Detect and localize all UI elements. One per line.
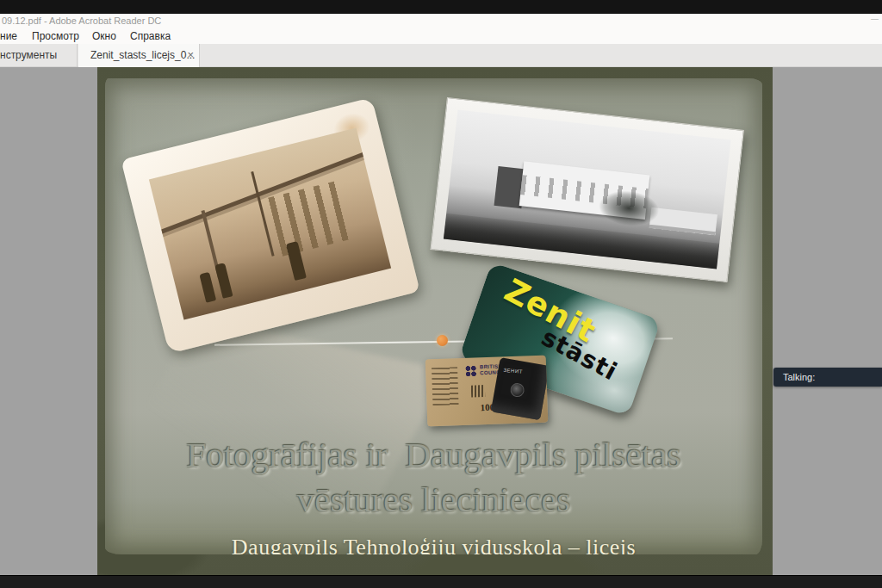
building-roofline [149,143,387,238]
menu-bar: ние Просмотр Окно Справка [0,28,882,44]
menu-item-help[interactable]: Справка [130,30,171,42]
british-council-dots-icon [465,365,476,376]
camera-lens [509,382,525,399]
app-window: 09.12.pdf - Adobe Acrobat Reader DC — ни… [0,0,882,588]
menu-item-edit-partial[interactable]: ние [0,30,17,42]
fine-print-lines [432,367,459,405]
timeline-marker-dot[interactable] [437,335,448,346]
tab-document-label: Zenit_stasts_licejs_0... [90,49,195,61]
unesco-logo [471,385,485,398]
pedestrian-figure [214,263,233,299]
window-title-bar: 09.12.pdf - Adobe Acrobat Reader DC — [0,14,882,28]
sepia-photo-old-theatre [121,97,419,354]
camera-brand-label: ЗЕНИТ [503,368,523,374]
tab-bar: нструменты Zenit_stasts_licejs_0... × [0,44,882,67]
menu-item-window[interactable]: Окно [92,30,116,42]
talking-label: Talking: [783,372,815,382]
document-viewport[interactable]: Zenit stāsti BRITISH COUNCIL 100 [0,67,882,575]
menu-item-view[interactable]: Просмотр [32,30,79,42]
tab-tools-label: нструменты [0,49,57,61]
slide-title-line2: vēstures liecinieces [105,479,762,520]
kraft-souvenir-card: BRITISH COUNCIL 100 ЗЕНИТ [425,356,549,427]
top-black-bar [0,0,882,14]
building-columns [268,180,353,257]
pedestrian-figure [199,271,216,302]
tab-document-active[interactable]: Zenit_stasts_licejs_0... × [78,44,200,67]
slide-title-line1: Fotogrāfijas ir Daugavpils pilsētas [105,434,762,475]
bottom-black-bar [0,575,882,588]
slide-paper-background: Zenit stāsti BRITISH COUNCIL 100 [105,78,762,554]
bw-photo-school-building [430,97,743,282]
slide-subtitle: Daugavpils Tehnoloģiju vidusskola – lice… [105,535,762,554]
tab-tools[interactable]: нструменты [0,44,78,67]
pdf-slide-page: Zenit stāsti BRITISH COUNCIL 100 [97,67,773,575]
talking-indicator-overlay: Talking: [773,368,882,387]
window-title: 09.12.pdf - Adobe Acrobat Reader DC [2,15,161,26]
zenit-camera-image: ЗЕНИТ [491,357,548,420]
school-annex-building [649,207,717,234]
lamp-pole [251,171,274,257]
minimize-icon[interactable]: — [871,15,879,23]
close-icon[interactable]: × [187,48,194,61]
bw-photo-image [444,109,731,269]
sepia-photo-image [149,128,391,320]
